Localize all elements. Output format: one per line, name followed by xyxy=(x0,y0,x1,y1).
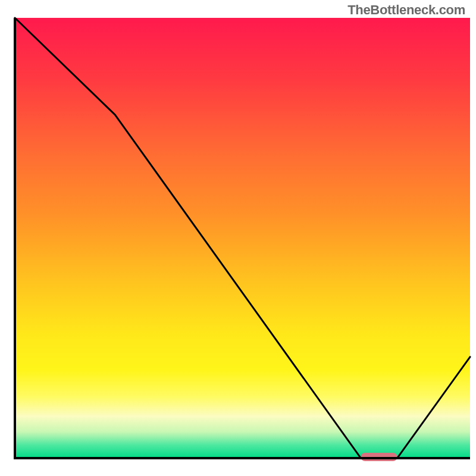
bottleneck-chart xyxy=(0,0,476,476)
chart-container: TheBottleneck.com xyxy=(0,0,476,476)
plot-area xyxy=(15,18,470,461)
